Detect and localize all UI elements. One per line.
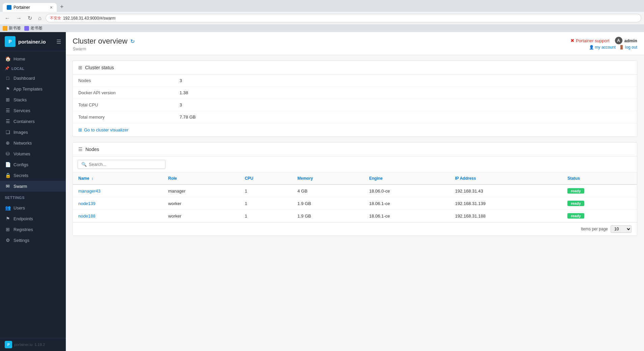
- node-node139-cpu: 1: [239, 197, 292, 210]
- my-account-link[interactable]: 👤 my account: [589, 45, 616, 50]
- home-button[interactable]: ⌂: [36, 15, 44, 22]
- col-cpu: CPU: [239, 173, 292, 184]
- nodes-header-row: Name ↕ Role CPU Memory: [73, 173, 637, 184]
- sidebar-logo: P portainer.io ☰: [0, 32, 66, 51]
- node-node188-link[interactable]: node188: [78, 214, 96, 219]
- sidebar-item-users[interactable]: 👥 Users: [0, 202, 66, 213]
- go-to-visualizer-link[interactable]: ⊞ Go to cluster visualizer: [78, 127, 632, 132]
- visualizer-link-area: ⊞ Go to cluster visualizer: [73, 123, 637, 136]
- col-name[interactable]: Name ↕: [73, 173, 163, 184]
- sidebar-item-configs[interactable]: 📄 Configs: [0, 159, 66, 170]
- refresh-button[interactable]: ↻: [26, 14, 34, 22]
- bookmark-1-label: 新书签: [9, 25, 21, 31]
- app-templates-icon: ⚑: [5, 86, 11, 92]
- sidebar-item-containers[interactable]: ☰ Containers: [0, 116, 66, 127]
- search-input-wrap[interactable]: 🔍: [78, 160, 165, 169]
- col-role: Role: [163, 173, 239, 184]
- search-input[interactable]: [89, 162, 162, 167]
- settings-icon: ⚙: [5, 237, 11, 243]
- items-per-page-select[interactable]: 10 25 50: [611, 225, 632, 233]
- main-content: Cluster overview ↻ Swarm ✖ Portainer sup…: [66, 32, 644, 351]
- node-manager43-link[interactable]: manager43: [78, 189, 101, 194]
- node-node139-role: worker: [163, 197, 239, 210]
- sidebar-registries-label: Registries: [14, 227, 33, 232]
- table-row: node139 worker 1 1.9 GB 18.06.1-ce 192.1…: [73, 197, 637, 210]
- admin-avatar-icon: A: [615, 37, 622, 44]
- app: P portainer.io ☰ 🏠 Home 📌 LOCAL □ Dashbo…: [0, 32, 644, 351]
- sidebar-item-networks[interactable]: ⊕ Networks: [0, 137, 66, 148]
- sidebar-volumes-label: Volumes: [14, 151, 30, 156]
- sidebar-item-swarm[interactable]: ✉ Swarm: [0, 181, 66, 192]
- logo-text: portainer.io: [18, 39, 46, 45]
- secrets-icon: 🔒: [5, 173, 11, 178]
- sidebar-images-label: Images: [14, 130, 28, 135]
- total-memory-value: 7.78 GB: [174, 111, 637, 123]
- table-row: manager43 manager 1 4 GB 18.06.0-ce 192.…: [73, 184, 637, 197]
- address-bar-row: ← → ↻ ⌂ 不安全 192.168.31.43:9000/#/swarm: [0, 12, 644, 24]
- sidebar-item-registries[interactable]: ⊞ Registries: [0, 224, 66, 235]
- docker-api-label: Docker API version: [73, 87, 174, 99]
- sidebar-item-services[interactable]: ☰ Services: [0, 105, 66, 116]
- browser-chrome: Portainer × + ← → ↻ ⌂ 不安全 192.168.31.43:…: [0, 0, 644, 32]
- page-subtitle: Swarm: [73, 46, 135, 51]
- log-out-link[interactable]: 🚪 log out: [619, 45, 637, 50]
- nodes-card: ☰ Nodes 🔍 Name ↕: [73, 142, 637, 236]
- node-node188-ip: 192.168.31.188: [450, 210, 562, 222]
- sidebar-configs-label: Configs: [14, 162, 28, 167]
- nodes-value: 3: [174, 75, 637, 87]
- bookmark-2-icon: [24, 26, 29, 31]
- sidebar-item-secrets[interactable]: 🔒 Secrets: [0, 170, 66, 181]
- sidebar-swarm-label: Swarm: [14, 184, 27, 189]
- table-row: Nodes 3: [73, 75, 637, 87]
- address-bar[interactable]: 不安全 192.168.31.43:9000/#/swarm: [46, 14, 641, 22]
- bookmark-1[interactable]: 新书签: [3, 25, 21, 31]
- cluster-status-card: ⊞ Cluster status Nodes 3 Docker API vers…: [73, 60, 637, 137]
- sidebar-item-dashboard[interactable]: □ Dashboard: [0, 73, 66, 83]
- networks-icon: ⊕: [5, 140, 11, 146]
- node-manager43-status: ready: [567, 188, 584, 194]
- forward-button[interactable]: →: [14, 15, 24, 22]
- col-status: Status: [562, 173, 637, 184]
- topbar: Cluster overview ↻ Swarm ✖ Portainer sup…: [66, 32, 644, 55]
- services-icon: ☰: [5, 108, 11, 113]
- back-button[interactable]: ←: [3, 15, 12, 22]
- sidebar-app-templates-label: App Templates: [14, 86, 43, 92]
- cluster-status-table: Nodes 3 Docker API version 1.38 Total CP…: [73, 75, 637, 123]
- sidebar-endpoints-label: Endpoints: [14, 216, 33, 221]
- node-node139-ip: 192.168.31.139: [450, 197, 562, 210]
- users-icon: 👥: [5, 205, 11, 210]
- sidebar-footer: P portainer.io 1.19.2: [0, 338, 66, 351]
- sidebar-item-home[interactable]: 🏠 Home: [0, 53, 66, 64]
- url-text: 192.168.31.43:9000/#/swarm: [63, 16, 115, 21]
- home-icon: 🏠: [5, 56, 11, 61]
- new-tab-button[interactable]: +: [57, 2, 66, 12]
- node-node139-link[interactable]: node139: [78, 201, 96, 206]
- sidebar-toggle[interactable]: ☰: [56, 39, 61, 45]
- tab-close-button[interactable]: ×: [50, 5, 53, 10]
- content-area: ⊞ Cluster status Nodes 3 Docker API vers…: [66, 55, 644, 247]
- person-icon: 👤: [589, 45, 594, 50]
- sidebar-item-app-templates[interactable]: ⚑ App Templates: [0, 83, 66, 94]
- sidebar-item-stacks[interactable]: ⊞ Stacks: [0, 94, 66, 105]
- sidebar-item-endpoints[interactable]: ⚑ Endpoints: [0, 213, 66, 224]
- sidebar-item-volumes[interactable]: ⛁ Volumes: [0, 148, 66, 159]
- node-manager43-ip: 192.168.31.43: [450, 184, 562, 197]
- env-label: 📌 LOCAL: [0, 64, 66, 73]
- nodes-table-head: Name ↕ Role CPU Memory: [73, 173, 637, 184]
- node-node139-memory: 1.9 GB: [292, 197, 364, 210]
- stacks-icon: ⊞: [5, 97, 11, 102]
- cluster-status-header: ⊞ Cluster status: [73, 61, 637, 75]
- col-memory: Memory: [292, 173, 364, 184]
- footer-logo-icon: P: [5, 341, 12, 348]
- search-icon: 🔍: [81, 162, 87, 167]
- bookmarks-bar: 新书签 老书签: [0, 24, 644, 32]
- sidebar-item-images[interactable]: ❑ Images: [0, 127, 66, 137]
- active-tab[interactable]: Portainer ×: [3, 3, 57, 12]
- footer-version: 1.19.2: [34, 343, 45, 347]
- nodes-title: Nodes: [85, 147, 99, 152]
- bookmark-2[interactable]: 老书签: [24, 25, 43, 31]
- refresh-cluster-button[interactable]: ↻: [130, 38, 135, 45]
- sidebar-item-settings[interactable]: ⚙ Settings: [0, 235, 66, 246]
- nodes-table-body: manager43 manager 1 4 GB 18.06.0-ce 192.…: [73, 184, 637, 222]
- support-link[interactable]: ✖ Portainer support: [570, 38, 610, 43]
